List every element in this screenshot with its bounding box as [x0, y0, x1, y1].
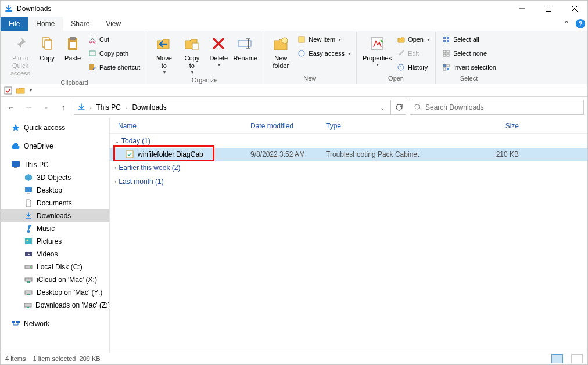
- tab-view[interactable]: View: [98, 17, 129, 31]
- easy-access-icon: [297, 49, 306, 58]
- maximize-button[interactable]: [535, 1, 561, 17]
- svg-rect-37: [443, 68, 446, 70]
- sidebar-item-3d-objects[interactable]: 3D Objects: [1, 171, 109, 184]
- group-label-open: Open: [360, 74, 432, 84]
- ribbon-collapse-button[interactable]: ⌃: [560, 17, 573, 31]
- svg-rect-38: [447, 68, 449, 70]
- sidebar-item-downloads[interactable]: Downloads: [1, 209, 109, 222]
- search-input[interactable]: [425, 103, 580, 111]
- cut-icon: [88, 35, 97, 44]
- svg-rect-51: [25, 278, 32, 281]
- minimize-button[interactable]: [509, 1, 535, 17]
- refresh-button[interactable]: [391, 100, 406, 115]
- delete-icon: [209, 34, 228, 53]
- ribbon-group-select: Select all Select none Invert selection …: [436, 32, 502, 84]
- paste-button[interactable]: Paste: [60, 32, 85, 62]
- music-icon: [24, 224, 33, 233]
- ribbon-group-open: Properties▾ Open▾ Edit History Open: [357, 32, 436, 84]
- qat-dropdown-icon[interactable]: ▾: [30, 88, 32, 93]
- sidebar-item-downloads-mac[interactable]: Downloads on 'Mac' (Z:): [1, 299, 109, 312]
- history-button[interactable]: History: [394, 61, 432, 74]
- tab-share[interactable]: Share: [63, 17, 98, 31]
- column-header-name[interactable]: Name: [110, 122, 246, 130]
- svg-rect-1: [546, 6, 551, 12]
- sidebar-item-pictures[interactable]: Pictures: [1, 235, 109, 248]
- svg-line-11: [91, 37, 95, 41]
- select-none-button[interactable]: Select none: [439, 47, 499, 60]
- document-icon: [24, 198, 33, 208]
- nav-back-button[interactable]: ←: [4, 100, 18, 114]
- svg-line-12: [90, 37, 94, 41]
- main-area: Quick access OneDrive This PC 3D Objects…: [1, 118, 587, 353]
- column-header-date[interactable]: Date modified: [246, 122, 321, 130]
- qat-checkbox-icon[interactable]: [4, 86, 12, 95]
- sidebar-item-desktop-mac[interactable]: Desktop on 'Mac' (Y:): [1, 286, 109, 299]
- invert-selection-button[interactable]: Invert selection: [439, 61, 499, 74]
- network-drive-icon: [24, 275, 33, 284]
- qat-folder-icon[interactable]: [16, 86, 25, 95]
- copy-to-button[interactable]: Copy to▾: [178, 32, 206, 75]
- nav-forward-button[interactable]: →: [21, 100, 35, 114]
- cut-button[interactable]: Cut: [85, 33, 142, 46]
- cube-icon: [24, 173, 33, 182]
- close-button[interactable]: [561, 1, 587, 17]
- move-to-button[interactable]: Move to▾: [150, 32, 178, 75]
- nav-up-button[interactable]: ↑: [56, 100, 70, 114]
- file-type: Troubleshooting Pack Cabinet: [321, 150, 482, 158]
- status-item-count: 4 items: [5, 355, 26, 362]
- delete-button[interactable]: Delete▾: [206, 32, 231, 68]
- details-view-button[interactable]: [551, 354, 563, 363]
- group-earlier-this-week[interactable]: › Earlier this week (2): [110, 161, 587, 175]
- file-date: 9/8/2022 3:52 AM: [246, 150, 321, 158]
- paste-shortcut-button[interactable]: Paste shortcut: [85, 61, 142, 74]
- svg-point-40: [415, 104, 420, 109]
- paste-shortcut-icon: [88, 63, 97, 72]
- chevron-right-icon[interactable]: ›: [124, 104, 128, 111]
- group-last-month[interactable]: › Last month (1): [110, 175, 587, 189]
- breadcrumb-segment[interactable]: This PC: [95, 103, 122, 111]
- address-dropdown-button[interactable]: ⌄: [377, 104, 388, 111]
- open-icon: [396, 35, 406, 44]
- rename-icon: [236, 34, 254, 53]
- rename-button[interactable]: Rename: [231, 32, 259, 62]
- edit-button[interactable]: Edit: [394, 47, 432, 60]
- sidebar-item-videos[interactable]: Videos: [1, 248, 109, 261]
- help-button[interactable]: ?: [573, 17, 587, 31]
- sidebar-onedrive[interactable]: OneDrive: [1, 140, 109, 153]
- sidebar-item-icloud-drive[interactable]: iCloud on 'Mac' (X:): [1, 273, 109, 286]
- tab-home[interactable]: Home: [28, 17, 63, 31]
- breadcrumb-segment[interactable]: Downloads: [131, 103, 167, 111]
- new-item-button[interactable]: New item▾: [295, 33, 353, 46]
- nav-recent-button[interactable]: ▾: [39, 100, 53, 114]
- pin-to-quick-access-button[interactable]: Pin to Quick access: [6, 32, 34, 78]
- search-box[interactable]: [410, 100, 584, 115]
- sidebar-this-pc[interactable]: This PC: [1, 158, 109, 171]
- properties-button[interactable]: Properties▾: [360, 32, 394, 68]
- star-icon: [11, 123, 20, 132]
- chevron-right-icon[interactable]: ›: [88, 104, 92, 111]
- column-header-size[interactable]: Size: [482, 122, 528, 130]
- sidebar-item-music[interactable]: Music: [1, 222, 109, 235]
- tab-file[interactable]: File: [1, 17, 28, 31]
- sidebar-item-documents[interactable]: Documents: [1, 197, 109, 209]
- column-header-type[interactable]: Type: [321, 122, 482, 130]
- file-row[interactable]: winfilefolder.DiagCab 9/8/2022 3:52 AM T…: [110, 148, 587, 161]
- thumbnails-view-button[interactable]: [571, 354, 583, 363]
- copy-button[interactable]: Copy: [34, 32, 60, 62]
- copy-path-button[interactable]: Copy path: [85, 47, 142, 60]
- copy-path-icon: [88, 49, 97, 58]
- address-bar[interactable]: › This PC › Downloads ⌄: [74, 100, 391, 115]
- status-selected-size: 209 KB: [80, 355, 101, 362]
- sidebar-item-desktop[interactable]: Desktop: [1, 184, 109, 197]
- group-today[interactable]: ⌄ Today (1): [110, 134, 587, 148]
- easy-access-button[interactable]: Easy access▾: [295, 47, 353, 60]
- sidebar-network[interactable]: Network: [1, 317, 109, 330]
- svg-point-22: [282, 38, 288, 44]
- select-all-button[interactable]: Select all: [439, 33, 499, 46]
- svg-rect-30: [447, 40, 449, 42]
- svg-rect-58: [16, 321, 20, 323]
- open-button[interactable]: Open▾: [394, 33, 432, 46]
- sidebar-quick-access[interactable]: Quick access: [1, 121, 109, 134]
- sidebar-item-local-disk[interactable]: Local Disk (C:): [1, 261, 109, 273]
- new-folder-button[interactable]: New folder: [267, 32, 295, 70]
